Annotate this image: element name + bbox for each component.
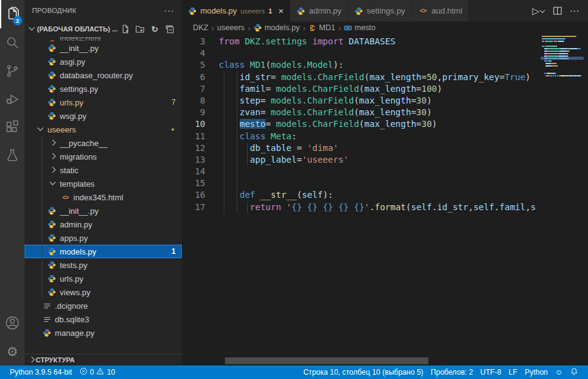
- breadcrumb-useeers[interactable]: useeers: [217, 23, 244, 32]
- line-number[interactable]: 14: [182, 166, 214, 177]
- line-number[interactable]: 7: [182, 83, 214, 95]
- activity-testing[interactable]: [0, 142, 25, 170]
- activity-run-debug[interactable]: [0, 85, 25, 113]
- activity-search[interactable]: [0, 28, 25, 57]
- encoding-status[interactable]: UTF-8: [476, 365, 505, 379]
- tab-settings-py[interactable]: settings.py: [348, 0, 412, 22]
- code-line-7[interactable]: famil= models.CharField(max_length=100): [214, 83, 539, 95]
- tree-item-static[interactable]: static: [25, 163, 182, 177]
- tab-admin-py[interactable]: admin.py: [290, 0, 348, 22]
- new-folder-icon[interactable]: [135, 24, 145, 34]
- line-number[interactable]: 4: [182, 47, 214, 59]
- eol-status[interactable]: LF: [505, 365, 521, 379]
- problems-status[interactable]: 0 10: [76, 365, 119, 379]
- breadcrumb-dkz[interactable]: DKZ: [193, 23, 208, 32]
- code-content[interactable]: from DKZ.settings import DATABASESclass …: [214, 36, 539, 357]
- run-python-file-button[interactable]: ▷: [532, 6, 545, 17]
- cursor-position-label: Строка 10, столбец 10 (выбрано 5): [303, 368, 423, 377]
- line-number[interactable]: 5: [182, 59, 214, 71]
- tree-item-views-py[interactable]: views.py: [25, 285, 182, 299]
- code-line-3[interactable]: from DKZ.settings import DATABASES: [214, 36, 539, 47]
- code-line-10[interactable]: mesto= models.CharField(max_length=30): [214, 118, 539, 130]
- tree-item-templates[interactable]: templates: [25, 177, 182, 190]
- tree-item-asgi-py[interactable]: asgi.py: [25, 55, 182, 68]
- activity-source-control[interactable]: [0, 57, 25, 85]
- tree-item-migrations[interactable]: migrations: [25, 150, 182, 163]
- indentation-status[interactable]: Пробелов: 2: [427, 365, 477, 379]
- feedback-button[interactable]: ☺: [552, 365, 566, 379]
- close-icon[interactable]: ×: [279, 6, 284, 16]
- notifications-button[interactable]: [566, 365, 582, 379]
- language-label: Python: [525, 368, 547, 377]
- tree-item--pycache-[interactable]: __pycache__: [25, 136, 182, 150]
- tree-item-index345-html[interactable]: <>index345.html: [25, 190, 182, 204]
- code-line-15[interactable]: [214, 177, 539, 189]
- more-actions-button[interactable]: ···: [570, 6, 579, 17]
- views-more-icon[interactable]: ···: [164, 6, 174, 15]
- breadcrumb-mesto[interactable]: mesto: [344, 23, 375, 32]
- line-number[interactable]: 16: [182, 189, 214, 201]
- code-line-6[interactable]: id_str= models.CharField(max_length=50,p…: [214, 71, 539, 83]
- refresh-icon[interactable]: ↻: [150, 24, 160, 34]
- code-line-4[interactable]: [214, 47, 539, 59]
- tree-item-urls-py[interactable]: urls.py: [25, 272, 182, 285]
- cursor-position-status[interactable]: Строка 10, столбец 10 (выбрано 5): [300, 365, 427, 379]
- code-editor[interactable]: 34567891011121314151617 from DKZ.setting…: [182, 34, 588, 365]
- indent-guide: [237, 95, 237, 107]
- tree-item-admin-py[interactable]: admin.py: [25, 218, 182, 231]
- activity-account[interactable]: [0, 309, 25, 337]
- tab-aud-html[interactable]: <>aud.html: [412, 0, 469, 22]
- line-number[interactable]: 9: [182, 107, 214, 118]
- tree-item-useeers[interactable]: useeers●: [25, 123, 182, 136]
- line-number[interactable]: 13: [182, 154, 214, 166]
- outline-section-header[interactable]: СТРУКТУРА: [25, 354, 182, 365]
- tree-item-models-py[interactable]: models.py1: [25, 245, 182, 258]
- beaker-icon: [4, 148, 20, 164]
- split-editor-button[interactable]: [553, 6, 562, 15]
- code-line-13[interactable]: app_label='useeers': [214, 154, 539, 166]
- tree-item--init-py[interactable]: __init__.py: [25, 41, 182, 55]
- tree-item-manage-py[interactable]: manage.py: [25, 326, 182, 340]
- new-file-icon[interactable]: [120, 24, 130, 34]
- line-number[interactable]: 6: [182, 71, 214, 83]
- collapse-all-icon[interactable]: [165, 24, 174, 34]
- breadcrumb-md1[interactable]: MD1: [309, 23, 335, 32]
- tree-item-apps-py[interactable]: apps.py: [25, 231, 182, 245]
- activity-explorer[interactable]: 2: [0, 0, 25, 28]
- code-line-14[interactable]: [214, 166, 539, 177]
- horizontal-scrollbar[interactable]: [225, 357, 428, 364]
- code-line-9[interactable]: zvan= models.CharField(max_length=30): [214, 107, 539, 118]
- line-number-gutter[interactable]: 34567891011121314151617: [182, 36, 214, 213]
- minimap[interactable]: [542, 35, 582, 77]
- tree-item-database-roouter-py[interactable]: database_roouter.py: [25, 68, 182, 82]
- tree-item-label: db.sqlite3: [55, 315, 89, 324]
- line-number[interactable]: 10: [182, 118, 214, 130]
- line-number[interactable]: 11: [182, 131, 214, 142]
- code-line-17[interactable]: return '{} {} {} {} {}'.format(self.id_s…: [214, 202, 539, 213]
- tree-item-wsgi-py[interactable]: wsgi.py: [25, 109, 182, 123]
- line-number[interactable]: 3: [182, 36, 214, 47]
- code-line-11[interactable]: class Meta:: [214, 131, 539, 142]
- tree-item-index2-html[interactable]: <>index2.html: [25, 37, 182, 41]
- workspace-section-header[interactable]: (РАБОЧАЯ ОБЛАСТЬ) ... ↻: [25, 21, 182, 37]
- tab-models-py[interactable]: models.pyuseeers1×: [182, 0, 290, 22]
- tree-item-settings-py[interactable]: settings.py: [25, 82, 182, 96]
- activity-extensions[interactable]: [0, 113, 25, 142]
- tree-item--init-py[interactable]: __init__.py: [25, 204, 182, 218]
- python-interpreter-status[interactable]: Python 3.9.5 64-bit: [6, 365, 76, 379]
- tree-item-urls-py[interactable]: urls.py7: [25, 96, 182, 109]
- tree-item-tests-py[interactable]: tests.py: [25, 258, 182, 272]
- line-number[interactable]: 8: [182, 95, 214, 107]
- language-mode-status[interactable]: Python: [521, 365, 551, 379]
- activity-settings[interactable]: ⚙: [0, 337, 25, 365]
- code-line-12[interactable]: db_table = 'dima': [214, 142, 539, 154]
- code-line-16[interactable]: def __str__(self):: [214, 189, 539, 201]
- line-number[interactable]: 15: [182, 177, 214, 189]
- line-number[interactable]: 12: [182, 142, 214, 154]
- line-number[interactable]: 17: [182, 202, 214, 213]
- code-line-5[interactable]: class MD1(models.Model):: [214, 59, 539, 71]
- code-line-8[interactable]: step= models.CharField(max_length=30): [214, 95, 539, 107]
- breadcrumb-models-py[interactable]: models.py: [253, 23, 300, 32]
- tree-item--dcignore[interactable]: .dcignore: [25, 299, 182, 312]
- tree-item-db-sqlite3[interactable]: db.sqlite3: [25, 312, 182, 326]
